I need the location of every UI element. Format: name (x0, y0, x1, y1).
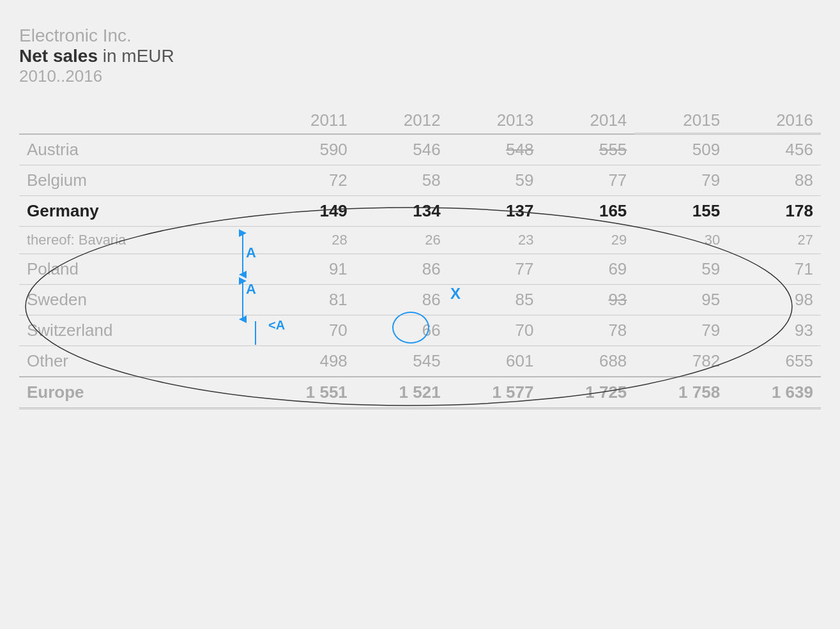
cell-switzerland-2013: 70 (448, 315, 542, 346)
table-row: Poland918677695971 (19, 254, 821, 285)
label-austria: Austria (19, 134, 262, 165)
cell-europe-2011: 1 551 (262, 377, 355, 409)
cell-bavaria-2012: 26 (355, 227, 448, 254)
cell-belgium-2013: 59 (448, 165, 542, 196)
cell-bavaria-2015: 30 (634, 227, 728, 254)
col-header-2015: 2015 (634, 105, 728, 134)
cell-sweden-2016: 98 (728, 285, 821, 315)
cell-bavaria-2014: 29 (541, 227, 634, 254)
table-header-row: 2011 2012 2013 2014 2015 2016 (19, 105, 821, 134)
cell-other-2015: 782 (634, 346, 728, 377)
table-row: Germany149134137165155178 (19, 196, 821, 227)
year-range: 2010..2016 (19, 66, 821, 86)
cell-europe-2015: 1 758 (634, 377, 728, 409)
label-bavaria: thereof: Bavaria (19, 227, 262, 254)
table-row: Switzerland706670787993 (19, 315, 821, 346)
cell-sweden-2011: 81 (262, 285, 355, 315)
cell-europe-2013: 1 577 (448, 377, 542, 409)
cell-austria-2014: 555 (541, 134, 634, 165)
cell-switzerland-2016: 93 (728, 315, 821, 346)
label-col-header (19, 105, 262, 134)
cell-belgium-2015: 79 (634, 165, 728, 196)
cell-germany-2013: 137 (448, 196, 542, 227)
title-rest: in mEUR (98, 46, 174, 66)
company-name: Electronic Inc. (19, 26, 821, 46)
label-germany: Germany (19, 196, 262, 227)
cell-switzerland-2012: 66 (355, 315, 448, 346)
title-bold: Net sales (19, 46, 98, 66)
cell-austria-2016: 456 (728, 134, 821, 165)
cell-europe-2014: 1 725 (541, 377, 634, 409)
col-header-2011: 2011 (262, 105, 355, 134)
cell-sweden-2012: 86 (355, 285, 448, 315)
cell-poland-2012: 86 (355, 254, 448, 285)
label-sweden: Sweden (19, 285, 262, 315)
table-body: Austria590546548555509456Belgium72585977… (19, 134, 821, 409)
data-table: 2011 2012 2013 2014 2015 2016 Austria590… (19, 105, 821, 409)
cell-poland-2015: 59 (634, 254, 728, 285)
table-row: Austria590546548555509456 (19, 134, 821, 165)
cell-germany-2014: 165 (541, 196, 634, 227)
cell-other-2011: 498 (262, 346, 355, 377)
chart-title: Net sales in mEUR (19, 46, 821, 66)
label-switzerland: Switzerland (19, 315, 262, 346)
cell-switzerland-2011: 70 (262, 315, 355, 346)
cell-poland-2013: 77 (448, 254, 542, 285)
cell-germany-2015: 155 (634, 196, 728, 227)
cell-sweden-2014: 93 (541, 285, 634, 315)
cell-europe-2016: 1 639 (728, 377, 821, 409)
table-row: thereof: Bavaria282623293027 (19, 227, 821, 254)
cell-bavaria-2011: 28 (262, 227, 355, 254)
col-header-2012: 2012 (355, 105, 448, 134)
label-other: Other (19, 346, 262, 377)
cell-switzerland-2014: 78 (541, 315, 634, 346)
col-header-2016: 2016 (728, 105, 821, 134)
page-container: Electronic Inc. Net sales in mEUR 2010..… (0, 0, 840, 422)
cell-switzerland-2015: 79 (634, 315, 728, 346)
cell-germany-2012: 134 (355, 196, 448, 227)
label-europe: Europe (19, 377, 262, 409)
cell-other-2014: 688 (541, 346, 634, 377)
cell-germany-2011: 149 (262, 196, 355, 227)
cell-austria-2011: 590 (262, 134, 355, 165)
table-row: Other498545601688782655 (19, 346, 821, 377)
cell-sweden-2013: 85 (448, 285, 542, 315)
col-header-2013: 2013 (448, 105, 542, 134)
cell-belgium-2011: 72 (262, 165, 355, 196)
cell-bavaria-2013: 23 (448, 227, 542, 254)
cell-belgium-2012: 58 (355, 165, 448, 196)
cell-sweden-2015: 95 (634, 285, 728, 315)
table-row: Europe1 5511 5211 5771 7251 7581 639 (19, 377, 821, 409)
table-row: Belgium725859777988 (19, 165, 821, 196)
cell-poland-2011: 91 (262, 254, 355, 285)
cell-austria-2013: 548 (448, 134, 542, 165)
cell-other-2012: 545 (355, 346, 448, 377)
cell-other-2016: 655 (728, 346, 821, 377)
cell-austria-2015: 509 (634, 134, 728, 165)
cell-poland-2014: 69 (541, 254, 634, 285)
cell-other-2013: 601 (448, 346, 542, 377)
table-row: Sweden818685939598 (19, 285, 821, 315)
cell-austria-2012: 546 (355, 134, 448, 165)
col-header-2014: 2014 (541, 105, 634, 134)
cell-belgium-2016: 88 (728, 165, 821, 196)
label-poland: Poland (19, 254, 262, 285)
cell-bavaria-2016: 27 (728, 227, 821, 254)
label-belgium: Belgium (19, 165, 262, 196)
cell-germany-2016: 178 (728, 196, 821, 227)
header: Electronic Inc. Net sales in mEUR 2010..… (19, 26, 821, 86)
cell-belgium-2014: 77 (541, 165, 634, 196)
cell-poland-2016: 71 (728, 254, 821, 285)
cell-europe-2012: 1 521 (355, 377, 448, 409)
